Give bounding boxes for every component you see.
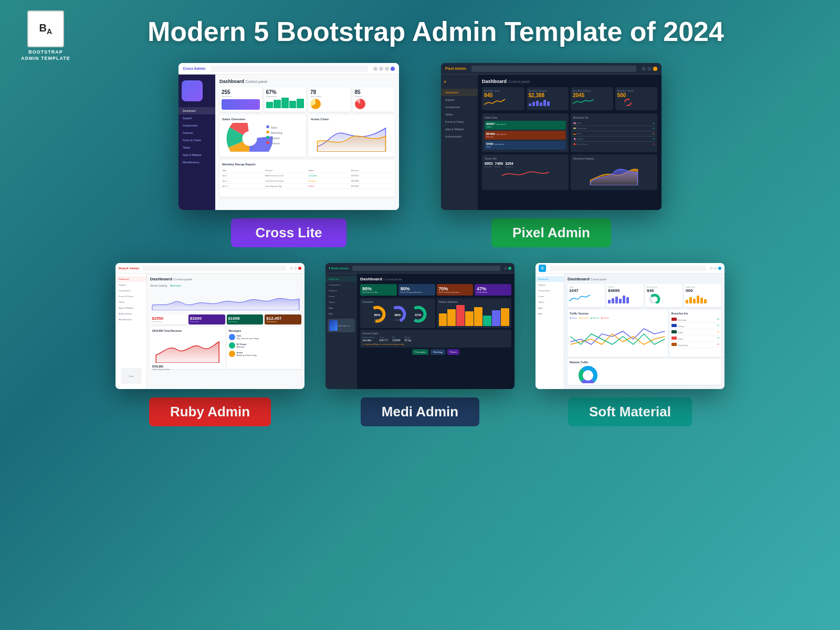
cross-sidebar-misc[interactable]: Miscellaneous	[178, 159, 215, 166]
medi-sidebar-forms[interactable]: Forms	[326, 293, 357, 299]
ruby-sidebar-apps[interactable]: Apps & Widgets	[116, 305, 146, 311]
soft-stat-orders: Orders $4699	[606, 284, 644, 307]
medi-sidebar-apps[interactable]: Apps	[326, 305, 357, 311]
ruby-page-title: Dashboard Control panel	[150, 277, 301, 281]
svg-rect-40	[686, 300, 688, 303]
pixel-icons	[642, 67, 657, 71]
svg-rect-5	[267, 125, 269, 128]
ruby-icons	[290, 267, 301, 270]
pixel-sidebar-forms[interactable]: Forms & Charts	[441, 118, 478, 125]
soft-sidebar-dashboard[interactable]: Dashboard	[536, 276, 564, 282]
soft-stat-num-1: 1047	[569, 288, 603, 293]
ruby-sidebar-tables[interactable]: Tables	[116, 299, 146, 305]
soft-material-card[interactable]: S Dashboard Support Components Forms	[536, 263, 724, 426]
ruby-sidebar-support[interactable]: Support	[116, 282, 146, 288]
ruby-icon-2	[294, 267, 297, 270]
pixel-admin-card[interactable]: Pixel Admin P Dashboard Support	[441, 63, 662, 247]
pixel-admin-badge[interactable]: Pixel Admin	[491, 218, 611, 247]
medi-sidebar-tables[interactable]: Tables	[326, 299, 357, 305]
pixel-main-content: Dashboard Control panel Monthly Visits 8…	[478, 75, 662, 210]
ruby-sidebar: Dashboard Support Components Forms & Cha…	[116, 274, 147, 389]
ruby-msg-1: TylerHey, how are you doing...	[229, 334, 300, 340]
soft-sidebar-auth[interactable]: Auth	[536, 311, 564, 317]
cross-bottom-table: Monthly Recap Report Date Product Status…	[219, 160, 395, 197]
ruby-sidebar-auth[interactable]: Authentication	[116, 311, 146, 317]
svg-rect-15	[536, 101, 539, 106]
icon-dot-4	[391, 67, 395, 71]
soft-topbar: S	[536, 263, 724, 274]
ruby-sidebar-dashboard[interactable]: Dashboard	[116, 276, 146, 282]
soft-branch-2: Turkey 36	[671, 323, 719, 329]
cross-stat-orders: 78 New Orders	[308, 87, 351, 112]
cross-lite-card[interactable]: Cross Admin D	[178, 63, 399, 247]
soft-stat-visits: Visits 1047	[568, 284, 605, 307]
svg-rect-35	[619, 299, 622, 303]
icon-dot-1	[373, 67, 377, 71]
cross-brand: Cross Admin	[183, 67, 205, 70]
pixel-sidebar-dashboard[interactable]: Dashboard	[441, 89, 478, 96]
pixel-search	[471, 66, 636, 72]
soft-sidebar-support[interactable]: Support	[536, 282, 564, 288]
cross-lite-badge[interactable]: Cross Lite	[231, 218, 346, 247]
soft-search	[550, 266, 706, 271]
medi-patient-thumb: Medi Admin	[328, 319, 355, 332]
svg-rect-13	[529, 103, 531, 106]
ruby-admin-card[interactable]: RubyX Admin Dashboard Support Components…	[116, 263, 304, 426]
pixel-topbar: Pixel Admin	[441, 63, 662, 75]
medi-stat-label-1: Patient Recovery Rate	[362, 291, 395, 293]
soft-page-title: Dashboard Control panel	[568, 277, 721, 281]
pixel-sidebar-tables[interactable]: Tables	[441, 111, 478, 118]
ruby-sidebar-components[interactable]: Components	[116, 288, 146, 293]
cross-sidebar-components[interactable]: Components	[178, 122, 215, 129]
cross-stat-reg: 67% Registration	[264, 87, 307, 112]
cross-stats-row: 255 Total Users 67% Registration	[219, 87, 395, 112]
cross-sidebar-features[interactable]: Features	[178, 129, 215, 136]
ruby-sidebar-forms[interactable]: Forms & Charts	[116, 293, 146, 299]
ruby-chart-title: $419,850 Total Revenue	[152, 329, 223, 332]
ruby-stat-sales: $1658 Total Finance	[227, 314, 264, 324]
medi-sidebar-dashboard[interactable]: Dashboard	[326, 276, 357, 282]
ruby-stat-payments: $12,457 Total Payments	[265, 314, 301, 324]
medi-admin-badge[interactable]: Medi Admin	[361, 397, 479, 426]
ruby-admin-badge[interactable]: Ruby Admin	[149, 397, 271, 426]
soft-sidebar-apps[interactable]: Apps	[536, 305, 564, 311]
svg-rect-37	[626, 297, 629, 303]
soft-stats-row: Visits 1047 Orders $4699	[568, 284, 721, 307]
pixel-sidebar-apps[interactable]: Apps & Widgets	[441, 125, 478, 133]
svg-text:69%: 69%	[394, 313, 401, 317]
medi-sidebar-features[interactable]: Features	[326, 288, 357, 293]
medi-sidebar-auth[interactable]: Auth	[326, 311, 357, 317]
soft-branches-title: Branches list	[671, 312, 719, 315]
cross-sales-svg: Sales Marketing Support Returns	[222, 123, 303, 152]
cross-sidebar-apps[interactable]: Apps & Widgets	[178, 151, 215, 159]
soft-material-badge[interactable]: Soft Material	[568, 397, 692, 426]
svg-rect-44	[700, 298, 703, 303]
cross-sidebar-tables[interactable]: Tables	[178, 144, 215, 151]
cross-stat-label-3: New Orders	[310, 95, 349, 98]
cross-charts-row: Sales Overview	[219, 115, 395, 157]
ruby-msg-3: SusanMeeting at 3pm today	[229, 351, 300, 357]
medi-icons	[504, 267, 511, 270]
cross-sidebar-support[interactable]: Support	[178, 114, 215, 122]
medi-admin-card[interactable]: ⚕ Medi Admin Dashboard Components Featur…	[326, 263, 514, 426]
ruby-brand: RubyX Admin	[119, 267, 139, 270]
cross-bottom-title: Monthly Recap Report	[222, 163, 392, 166]
ruby-stat-num-2: $3200	[190, 316, 224, 321]
cross-table-row-3: Jan 3 User Signup Page Failed $15/320	[222, 184, 392, 189]
pixel-sidebar-auth[interactable]: Authentication	[441, 133, 478, 140]
soft-sidebar-tables[interactable]: Tables	[536, 299, 564, 305]
soft-sidebar-components[interactable]: Components	[536, 288, 564, 293]
cross-sidebar-dashboard[interactable]: Dashboard	[178, 107, 215, 114]
ruby-icon-1	[290, 267, 293, 270]
soft-brand: S	[539, 265, 546, 272]
medi-sidebar-components[interactable]: Components	[326, 282, 357, 288]
svg-text:Support: Support	[271, 136, 280, 140]
pixel-sidebar-components[interactable]: Components	[441, 103, 478, 111]
cross-sidebar-forms[interactable]: Forms & Charts	[178, 136, 215, 144]
cross-stat-users: 255 Total Users	[219, 87, 262, 112]
soft-sidebar-forms[interactable]: Forms	[536, 293, 564, 299]
svg-text:Sales: Sales	[271, 126, 278, 129]
pixel-sidebar-support[interactable]: Support	[441, 96, 478, 103]
ruby-sidebar-misc[interactable]: Miscellaneous	[116, 317, 146, 322]
svg-rect-33	[612, 298, 614, 303]
